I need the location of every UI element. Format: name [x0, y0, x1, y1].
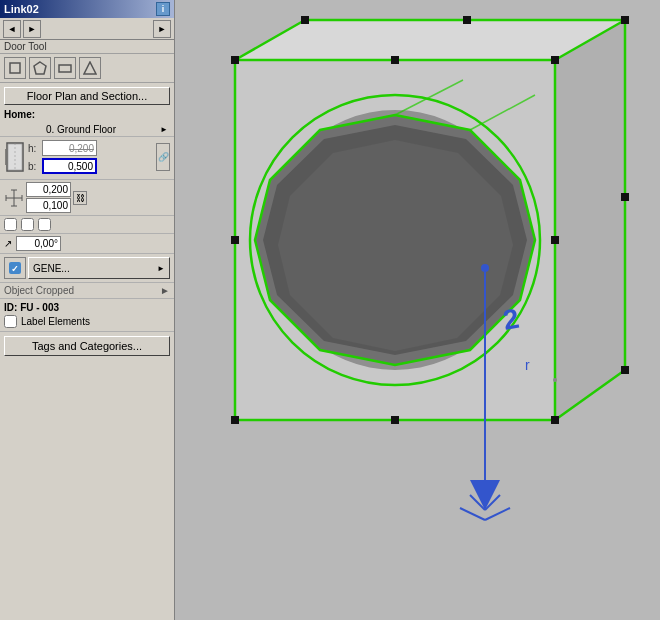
angle-row: ↗	[0, 234, 174, 254]
next-btn[interactable]: ►	[23, 20, 41, 38]
navigation-toolbar: ◄ ► ►	[0, 18, 174, 40]
id-value: FU - 003	[20, 302, 59, 313]
checkbox-1[interactable]	[4, 218, 17, 231]
svg-point-55	[553, 378, 557, 382]
tool-icon-4[interactable]	[79, 57, 101, 79]
svg-rect-30	[301, 16, 309, 24]
svg-marker-1	[34, 62, 46, 74]
tool-label: Door Tool	[0, 40, 174, 54]
gene-icon: ✓	[4, 257, 26, 279]
angle-icon: ↗	[4, 238, 12, 249]
checkbox-3[interactable]	[38, 218, 51, 231]
svg-rect-26	[231, 56, 239, 64]
right-canvas: 2 r	[175, 0, 660, 620]
angle-input[interactable]	[16, 236, 61, 251]
dim-icon	[4, 188, 24, 208]
svg-rect-27	[551, 56, 559, 64]
b-label: b:	[28, 161, 40, 172]
floor-name: 0. Ground Floor	[4, 124, 158, 135]
icon-toolbar	[0, 54, 174, 83]
gene-label: GENE...	[33, 263, 70, 274]
viewport-svg: 2 r	[175, 0, 660, 620]
svg-rect-37	[621, 193, 629, 201]
gene-btn[interactable]: GENE... ►	[28, 257, 170, 279]
object-cropped-label: Object Cropped	[4, 285, 74, 296]
tool-icon-3[interactable]	[54, 57, 76, 79]
gene-row: ✓ GENE... ►	[0, 254, 174, 283]
h-input[interactable]	[42, 140, 97, 156]
label-elements-row: Label Elements	[4, 315, 170, 328]
expand-btn[interactable]: ►	[153, 20, 171, 38]
svg-rect-35	[551, 236, 559, 244]
svg-rect-31	[621, 16, 629, 24]
svg-point-53	[481, 264, 489, 272]
gene-arrow-icon: ►	[157, 264, 165, 273]
floor-plan-section-btn[interactable]: Floor Plan and Section...	[4, 87, 170, 105]
id-row: ID: FU - 003	[4, 302, 170, 313]
svg-rect-32	[621, 366, 629, 374]
prev-btn[interactable]: ◄	[3, 20, 21, 38]
h-label: h:	[28, 143, 40, 154]
param-section: h: b: 🔗	[0, 137, 174, 180]
svg-rect-38	[463, 16, 471, 24]
svg-rect-33	[391, 56, 399, 64]
home-label: Home:	[0, 107, 174, 122]
checkbox-row	[0, 216, 174, 234]
dim-row: ⛓	[0, 180, 174, 216]
svg-rect-2	[59, 65, 71, 72]
id-label: ID:	[4, 302, 17, 313]
param-fields: h: b:	[28, 140, 154, 174]
height-input[interactable]	[26, 198, 71, 213]
dim-fields	[26, 182, 71, 213]
h-field-row: h:	[28, 140, 154, 156]
object-cropped-row: Object Cropped ►	[0, 283, 174, 299]
door-param-icon	[4, 146, 26, 168]
tool-icon-1[interactable]	[4, 57, 26, 79]
window-title: Link02	[4, 3, 39, 15]
title-bar: Link02 i	[0, 0, 174, 18]
checkbox-2[interactable]	[21, 218, 34, 231]
tool-icon-2[interactable]	[29, 57, 51, 79]
info-icon[interactable]: i	[156, 2, 170, 16]
left-panel: Link02 i ◄ ► ► Door Tool Floor Plan and …	[0, 0, 175, 620]
chain-icon[interactable]: ⛓	[73, 191, 87, 205]
svg-rect-36	[391, 416, 399, 424]
width-input[interactable]	[26, 182, 71, 197]
id-section: ID: FU - 003 Label Elements	[0, 299, 174, 332]
svg-rect-0	[10, 63, 20, 73]
object-cropped-arrow[interactable]: ►	[160, 285, 170, 296]
lock-btn[interactable]: 🔗	[156, 143, 170, 171]
b-field-row: b:	[28, 158, 154, 174]
label-elements-label: Label Elements	[21, 316, 90, 327]
svg-rect-34	[231, 236, 239, 244]
floor-row: 0. Ground Floor ►	[0, 122, 174, 137]
svg-text:r: r	[525, 357, 530, 373]
b-input[interactable]	[42, 158, 97, 174]
svg-marker-3	[84, 62, 96, 74]
tags-categories-btn[interactable]: Tags and Categories...	[4, 336, 170, 356]
floor-arrow[interactable]: ►	[158, 123, 170, 135]
svg-rect-28	[231, 416, 239, 424]
svg-marker-18	[555, 20, 625, 420]
svg-text:✓: ✓	[11, 264, 19, 274]
label-elements-checkbox[interactable]	[4, 315, 17, 328]
svg-rect-29	[551, 416, 559, 424]
